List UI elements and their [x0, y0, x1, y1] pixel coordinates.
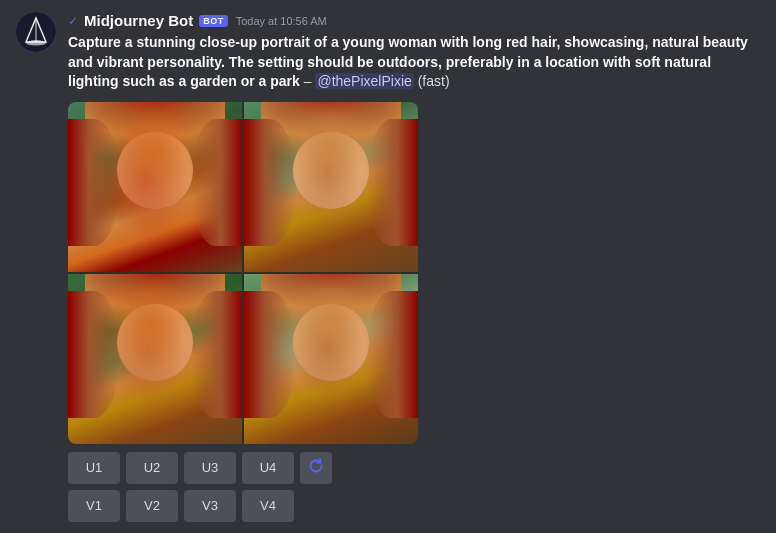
u3-button[interactable]: U3 [184, 452, 236, 484]
message-container: ✓ Midjourney Bot BOT Today at 10:56 AM C… [16, 12, 748, 528]
message-header: ✓ Midjourney Bot BOT Today at 10:56 AM [68, 12, 748, 29]
face-1 [117, 132, 194, 209]
hair-top-2 [261, 102, 400, 162]
image-grid [68, 102, 418, 444]
hair-top-4 [261, 274, 400, 334]
refresh-button[interactable] [300, 452, 332, 484]
refresh-icon [307, 457, 325, 479]
grid-image-4 [244, 274, 418, 444]
hair-right-4 [366, 291, 418, 419]
message-body: ✓ Midjourney Bot BOT Today at 10:56 AM C… [68, 12, 748, 528]
hair-left-4 [244, 291, 296, 419]
mention[interactable]: @thePixelPixie [315, 73, 413, 89]
v-button-row: V1 V2 V3 V4 [68, 490, 748, 522]
face-overlay-3 [68, 274, 242, 444]
bot-name: Midjourney Bot [84, 12, 193, 29]
hair-right-1 [190, 119, 242, 247]
verified-icon: ✓ [68, 14, 78, 28]
hair-left-2 [244, 119, 296, 247]
face-overlay-2 [244, 102, 418, 272]
u2-button[interactable]: U2 [126, 452, 178, 484]
v3-button[interactable]: V3 [184, 490, 236, 522]
v2-button[interactable]: V2 [126, 490, 178, 522]
suffix: (fast) [414, 73, 450, 89]
grid-image-2 [244, 102, 418, 272]
message-timestamp: Today at 10:56 AM [236, 15, 327, 27]
grid-image-1 [68, 102, 242, 272]
hair-left-3 [68, 291, 120, 419]
face-overlay-4 [244, 274, 418, 444]
face-2 [293, 132, 370, 209]
message-text: Capture a stunning close-up portrait of … [68, 33, 748, 92]
hair-top-1 [85, 102, 224, 162]
hair-right-3 [190, 291, 242, 419]
bot-badge: BOT [199, 15, 228, 27]
u-button-row: U1 U2 U3 U4 [68, 452, 748, 484]
hair-left-1 [68, 119, 120, 247]
face-3 [117, 304, 194, 381]
v4-button[interactable]: V4 [242, 490, 294, 522]
avatar-image [16, 12, 56, 52]
hair-right-2 [366, 119, 418, 247]
v1-button[interactable]: V1 [68, 490, 120, 522]
hair-top-3 [85, 274, 224, 334]
face-4 [293, 304, 370, 381]
u4-button[interactable]: U4 [242, 452, 294, 484]
u1-button[interactable]: U1 [68, 452, 120, 484]
face-overlay-1 [68, 102, 242, 272]
avatar [16, 12, 56, 52]
separator: – [300, 73, 316, 89]
grid-image-3 [68, 274, 242, 444]
